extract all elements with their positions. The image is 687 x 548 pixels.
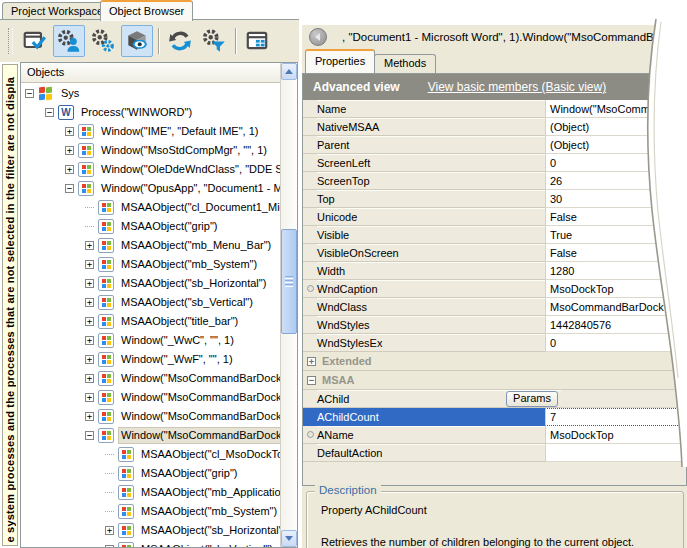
tree-item[interactable]: +Window("IME", "Default IME", 1) bbox=[21, 122, 280, 141]
property-value[interactable] bbox=[545, 444, 686, 462]
expand-icon[interactable]: + bbox=[85, 241, 94, 250]
tree-item[interactable]: +MSAAObject("sb_Horizontal") bbox=[21, 521, 280, 540]
tree-item[interactable]: +Window("MsoCommandBarDock", " bbox=[21, 388, 280, 407]
property-row-visible[interactable]: VisibleTrue bbox=[303, 226, 686, 244]
property-value[interactable] bbox=[561, 390, 686, 408]
scroll-down-button[interactable] bbox=[281, 530, 297, 547]
tree-scrollbar[interactable] bbox=[280, 63, 297, 547]
scroll-up-button[interactable] bbox=[281, 63, 297, 80]
expand-icon[interactable]: + bbox=[85, 279, 94, 288]
show-panel-button[interactable] bbox=[241, 25, 273, 57]
property-row-visibleonscreen[interactable]: VisibleOnScreenFalse bbox=[303, 244, 686, 262]
expand-icon[interactable]: + bbox=[85, 298, 94, 307]
property-row-achildcount[interactable]: AChildCount7 bbox=[303, 408, 686, 426]
property-value[interactable]: 1280 bbox=[545, 262, 686, 280]
tab-methods[interactable]: Methods bbox=[374, 54, 436, 73]
property-row-width[interactable]: Width1280 bbox=[303, 262, 686, 280]
tree-item[interactable]: MSAAObject("mb_System") bbox=[21, 502, 280, 521]
expand-icon[interactable]: + bbox=[65, 165, 74, 174]
property-value[interactable]: MsoDockTop bbox=[545, 280, 686, 298]
collapse-icon[interactable]: − bbox=[307, 376, 316, 385]
collapse-icon[interactable]: − bbox=[65, 184, 74, 193]
property-group-extended[interactable]: +Extended bbox=[303, 352, 686, 371]
tree-item[interactable]: −Window("OpusApp", "Document1 - Mic bbox=[21, 179, 280, 198]
expand-icon[interactable]: + bbox=[85, 355, 94, 364]
property-value[interactable]: MsoDockTop bbox=[545, 426, 686, 444]
basic-view-link[interactable]: View basic members (Basic view) bbox=[428, 80, 607, 94]
tree-item[interactable]: +MSAAObject("mb_System") bbox=[21, 255, 280, 274]
property-value[interactable]: 30 bbox=[545, 190, 686, 208]
expand-icon[interactable]: + bbox=[85, 260, 94, 269]
expand-icon[interactable]: + bbox=[85, 336, 94, 345]
expand-icon[interactable]: + bbox=[65, 127, 74, 136]
tree-item[interactable]: +MSAAObject("sb_Vertical") bbox=[21, 540, 280, 547]
property-value[interactable]: (Object) bbox=[545, 118, 686, 136]
process-filter-button[interactable] bbox=[53, 25, 85, 57]
highlight-object-button[interactable] bbox=[19, 25, 51, 57]
tree-item[interactable]: −Sys bbox=[21, 84, 280, 103]
expand-icon[interactable]: + bbox=[85, 393, 94, 402]
tree-item-selected[interactable]: −Window("MsoCommandBarDock", " bbox=[21, 426, 280, 445]
back-button[interactable] bbox=[309, 28, 327, 46]
property-row-nativemsaa[interactable]: NativeMSAA(Object) bbox=[303, 118, 686, 136]
property-value[interactable]: False bbox=[545, 244, 686, 262]
expand-icon[interactable]: + bbox=[85, 317, 94, 326]
property-row-top[interactable]: Top30 bbox=[303, 190, 686, 208]
view-object-button[interactable] bbox=[121, 25, 153, 57]
property-row-parent[interactable]: Parent(Object) bbox=[303, 136, 686, 154]
collapse-icon[interactable]: − bbox=[45, 108, 54, 117]
tree-item[interactable]: MSAAObject("grip") bbox=[21, 217, 280, 236]
collapse-icon[interactable]: − bbox=[25, 89, 34, 98]
tree-item[interactable]: +MSAAObject("title_bar") bbox=[21, 312, 280, 331]
scrollbar-thumb[interactable] bbox=[281, 229, 297, 334]
settings-button[interactable] bbox=[87, 25, 119, 57]
property-row-wndcaption[interactable]: WndCaptionMsoDockTop bbox=[303, 280, 686, 298]
property-value[interactable]: 0 bbox=[545, 334, 686, 352]
expand-icon[interactable]: + bbox=[105, 526, 114, 535]
expand-icon[interactable]: + bbox=[105, 545, 114, 547]
tree-item[interactable]: +Window("MsoCommandBarDock", " bbox=[21, 407, 280, 426]
property-row-wndclass[interactable]: WndClassMsoCommandBarDock bbox=[303, 298, 686, 316]
property-row-screentop[interactable]: ScreenTop26 bbox=[303, 172, 686, 190]
tab-properties[interactable]: Properties bbox=[305, 49, 375, 73]
tab-object-browser[interactable]: Object Browser bbox=[100, 0, 193, 21]
expand-icon[interactable]: + bbox=[85, 412, 94, 421]
filter-settings-button[interactable] bbox=[198, 25, 230, 57]
property-value[interactable]: (Object) bbox=[545, 136, 686, 154]
expand-icon[interactable]: + bbox=[65, 146, 74, 155]
property-row-screenleft[interactable]: ScreenLeft0 bbox=[303, 154, 686, 172]
property-row-wndstyles[interactable]: WndStyles1442840576 bbox=[303, 316, 686, 334]
tree-item[interactable]: +Window("MsoCommandBarDock", " bbox=[21, 369, 280, 388]
property-row-aname[interactable]: ANameMsoDockTop bbox=[303, 426, 686, 444]
expand-icon[interactable]: + bbox=[307, 357, 316, 366]
property-value[interactable]: 1442840576 bbox=[545, 316, 686, 334]
refresh-button[interactable] bbox=[164, 25, 196, 57]
tree-item[interactable]: MSAAObject("grip") bbox=[21, 464, 280, 483]
tree-item[interactable]: +Window("_WwF", "", 1) bbox=[21, 350, 280, 369]
property-value[interactable]: 26 bbox=[545, 172, 686, 190]
tree-item[interactable]: +MSAAObject("sb_Vertical") bbox=[21, 293, 280, 312]
tree-item[interactable]: +Window("MsoStdCompMgr", "", 1) bbox=[21, 141, 280, 160]
params-button[interactable]: Params bbox=[506, 391, 558, 407]
tree-item[interactable]: +MSAAObject("mb_Menu_Bar") bbox=[21, 236, 280, 255]
tree-item[interactable]: +Window("_WwC", "", 1) bbox=[21, 331, 280, 350]
property-row-wndstylesex[interactable]: WndStylesEx0 bbox=[303, 334, 686, 352]
tree-item[interactable]: +Window("OleDdeWndClass", "DDE Ser bbox=[21, 160, 280, 179]
property-value[interactable]: Window("MsoComm bbox=[545, 100, 686, 118]
property-value[interactable]: True bbox=[545, 226, 686, 244]
tree-item[interactable]: +MSAAObject("sb_Horizontal") bbox=[21, 274, 280, 293]
property-value[interactable]: 7 bbox=[545, 408, 686, 426]
expand-icon[interactable]: + bbox=[85, 374, 94, 383]
property-value[interactable]: False bbox=[545, 208, 686, 226]
tree-item[interactable]: MSAAObject("cl_MsoDockTop" bbox=[21, 445, 280, 464]
property-value[interactable]: MsoCommandBarDock bbox=[545, 298, 686, 316]
property-row-unicode[interactable]: UnicodeFalse bbox=[303, 208, 686, 226]
tab-project-workspace[interactable]: Project Workspace bbox=[2, 2, 112, 19]
collapse-icon[interactable]: − bbox=[85, 431, 94, 440]
tree-item[interactable]: −WProcess("WINWORD") bbox=[21, 103, 280, 122]
property-row-achild[interactable]: AChildParams bbox=[303, 390, 686, 408]
tree-item[interactable]: MSAAObject("mb_Application" bbox=[21, 483, 280, 502]
property-row-defaultaction[interactable]: DefaultAction bbox=[303, 444, 686, 462]
property-group-msaa[interactable]: −MSAA bbox=[303, 371, 686, 390]
property-value[interactable]: 0 bbox=[545, 154, 686, 172]
